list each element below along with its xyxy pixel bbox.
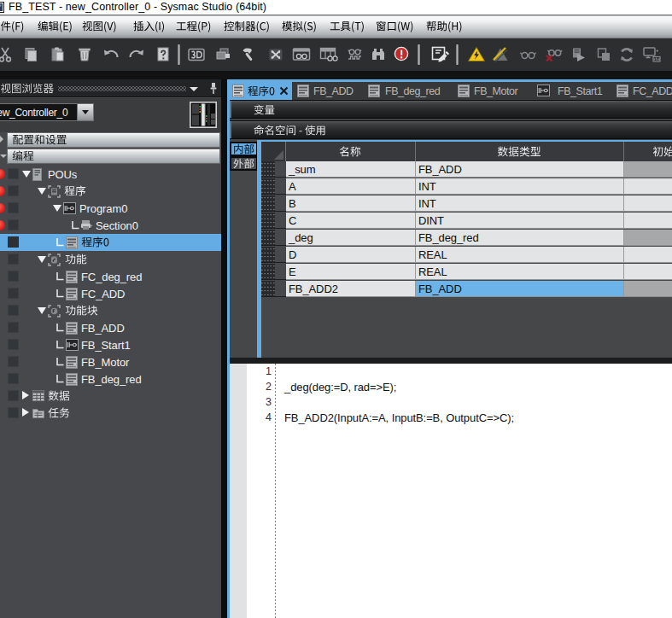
section-config-setup[interactable] — [7, 132, 220, 148]
row-handle[interactable] — [261, 230, 275, 246]
column-header-datatype[interactable] — [416, 142, 624, 161]
cascade-windows-icon[interactable] — [210, 41, 236, 68]
cell-initial-value[interactable] — [624, 264, 672, 280]
edit-pen-icon[interactable] — [428, 41, 453, 68]
column-header-initial[interactable] — [624, 142, 672, 161]
horizontal-splitter[interactable] — [230, 358, 672, 364]
tab-internal[interactable] — [230, 142, 258, 156]
tree-item-[interactable] — [0, 251, 221, 268]
expand-arrow-icon[interactable] — [38, 307, 46, 314]
warning-lightning-icon[interactable] — [465, 41, 490, 68]
row-handle[interactable] — [261, 178, 275, 195]
copy-icon[interactable] — [18, 41, 44, 68]
cell-initial-value[interactable] — [624, 247, 672, 263]
monitor-pulse-icon[interactable] — [342, 41, 368, 68]
warning-disabled-icon[interactable] — [488, 41, 514, 68]
cell-name[interactable]: D — [286, 247, 416, 263]
cell-initial-value[interactable] — [624, 161, 672, 178]
cell-datatype[interactable]: INT — [416, 195, 624, 212]
tree-item-[interactable] — [0, 388, 221, 405]
watch-table-icon[interactable] — [316, 41, 342, 68]
expand-arrow-icon[interactable] — [53, 205, 61, 212]
section-programming[interactable] — [7, 149, 220, 164]
variables-bar[interactable] — [230, 100, 672, 119]
tree-item-program0[interactable]: Program0 — [0, 200, 221, 217]
cell-name[interactable]: A — [286, 178, 416, 195]
menu-insert[interactable] — [133, 15, 166, 38]
cell-initial-value[interactable] — [624, 178, 672, 195]
cell-name[interactable]: FB_ADD2 — [286, 281, 416, 297]
tree-item-fc_deg_red[interactable]: FC_deg_red — [0, 268, 221, 285]
redo-icon[interactable] — [124, 41, 149, 68]
sync-icon[interactable] — [614, 41, 640, 68]
namespace-bar[interactable] — [230, 120, 672, 139]
undo-icon[interactable] — [98, 41, 124, 68]
menu-view[interactable] — [82, 15, 118, 38]
cell-datatype[interactable]: FB_deg_red — [416, 230, 624, 246]
tree-item-[interactable] — [0, 183, 221, 200]
editor-tab-fb_add[interactable]: FB_ADD — [292, 82, 358, 100]
delete-icon[interactable] — [72, 41, 97, 68]
cell-datatype[interactable]: INT — [416, 178, 624, 195]
collapse-arrow-icon[interactable] — [22, 391, 29, 399]
binoculars-icon[interactable] — [365, 41, 391, 68]
column-header-name[interactable] — [286, 142, 416, 161]
cell-name[interactable]: B — [286, 195, 416, 212]
monitor-glasses-off-icon[interactable] — [541, 41, 566, 68]
row-handle[interactable] — [261, 213, 275, 229]
code-line[interactable]: FB_ADD2(InputA:=A, InputB:=B, OutputC=>C… — [284, 410, 514, 425]
menu-simulation[interactable] — [282, 15, 318, 38]
tab-external[interactable] — [230, 156, 258, 171]
help-icon[interactable] — [150, 41, 176, 68]
section-collapse-icon[interactable] — [0, 136, 3, 143]
menu-tools[interactable] — [330, 15, 365, 38]
cell-datatype[interactable]: REAL — [416, 247, 624, 263]
cell-name[interactable]: E — [286, 264, 416, 280]
editor-tab-fb_deg_red[interactable]: FB_deg_red — [358, 82, 447, 100]
cell-name[interactable]: _sum — [286, 161, 416, 178]
copy-pages-icon[interactable] — [591, 41, 616, 68]
row-handle[interactable] — [261, 161, 275, 178]
tree-item-fb_motor[interactable]: FB_Motor — [0, 353, 221, 370]
cell-name[interactable]: C — [286, 213, 416, 229]
tree-item-pous[interactable]: POUs — [0, 166, 221, 183]
row-handle[interactable] — [261, 264, 275, 280]
controller-select-arrow[interactable] — [77, 104, 93, 120]
controller-status-icon[interactable] — [190, 102, 217, 128]
tree-item-[interactable] — [0, 405, 221, 422]
editor-tab-fb_motor[interactable]: FB_Motor — [447, 82, 523, 100]
explorer-collapse-icon[interactable] — [190, 87, 198, 91]
vertical-splitter[interactable] — [221, 79, 227, 618]
row-handle[interactable] — [261, 195, 275, 212]
cell-initial-value[interactable] — [624, 281, 672, 297]
watch-window-icon[interactable] — [289, 41, 314, 68]
cell-initial-value[interactable] — [624, 230, 672, 246]
st-code-editor[interactable]: 12_deg(deg:=D, rad=>E);34FB_ADD2(InputA:… — [230, 364, 672, 618]
tree-item-fb_deg_red[interactable]: FB_deg_red — [0, 370, 221, 388]
expand-arrow-icon[interactable] — [38, 188, 46, 195]
menu-file[interactable] — [0, 15, 25, 38]
menu-window[interactable] — [376, 15, 414, 38]
cell-name[interactable]: _deg — [286, 230, 416, 246]
editor-tab-fc_add[interactable]: FC_ADD — [607, 82, 672, 100]
cell-initial-value[interactable] — [624, 213, 672, 229]
collapse-arrow-icon[interactable] — [22, 408, 29, 417]
stop-error-icon[interactable] — [389, 41, 414, 68]
expand-arrow-icon[interactable] — [38, 256, 46, 263]
monitor-glasses-icon[interactable] — [515, 41, 541, 68]
menu-controller[interactable] — [224, 15, 271, 38]
cross-arrows-icon[interactable] — [263, 41, 289, 68]
row-handle[interactable] — [261, 281, 275, 297]
title-bar[interactable]: FB_TEST - new_Controller_0 - Sysmac Stud… — [0, 0, 672, 15]
tree-item-fb_add[interactable]: FB_ADD — [0, 319, 221, 336]
expand-arrow-icon[interactable] — [22, 171, 31, 178]
cell-datatype[interactable]: FB_ADD — [416, 161, 624, 178]
cell-initial-value[interactable] — [624, 195, 672, 212]
cell-datatype[interactable]: FB_ADD — [416, 281, 624, 297]
controller-monitor-icon[interactable] — [639, 41, 664, 68]
controller-select[interactable]: new_Controller_0 — [0, 103, 94, 121]
tree-item-fc_add[interactable]: FC_ADD — [0, 285, 221, 302]
tree-item-[interactable] — [0, 302, 221, 319]
menu-help[interactable] — [426, 15, 464, 38]
paste-icon[interactable] — [45, 41, 71, 68]
